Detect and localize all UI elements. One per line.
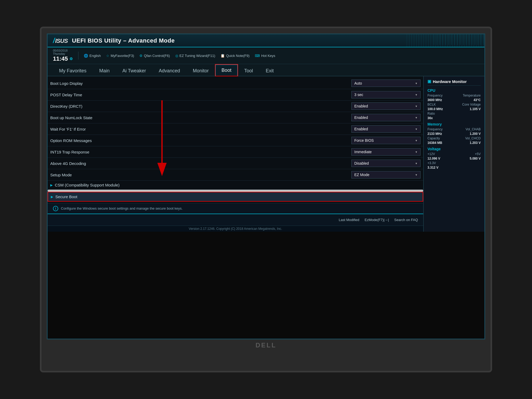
bios-title-bar: /ISUS UEFI BIOS Utility – Advanced Mode [48,34,484,47]
monitor-icon: ▣ [427,79,431,84]
cpu-section-title: CPU [427,88,481,93]
dropdown-above4g[interactable]: Disabled ▼ [351,160,421,167]
datetime: 05/03/2018 Thursday 11:45 ⚙ [53,49,73,62]
keyboard-icon: ⌨ [255,54,260,58]
setting-post-delay: POST Delay Time 3 sec ▼ [48,89,423,101]
setting-setup-mode: Setup Mode EZ Mode ▼ [48,169,423,181]
last-modified-item: Last Modified [339,218,359,222]
scrollbar[interactable] [48,190,423,192]
tab-my-favorites[interactable]: My Favorites [53,65,93,76]
mem-capacity-values: 16384 MB 1.203 V [427,141,481,145]
dropdown-setup-mode[interactable]: EZ Mode ▼ [351,171,421,178]
cpu-bclk-row: BCLK Core Voltage [427,103,481,106]
volt-33v-value: 3.312 V [427,166,481,169]
mem-capacity-row: Capacity Vol_CHCD [427,136,481,140]
note-icon: 📋 [221,54,225,58]
setting-numlock: Boot up NumLock State Enabled ▼ [48,112,423,123]
hw-monitor-title: ▣ Hardware Monitor [427,79,481,86]
time-display: 11:45 ⚙ [53,55,73,62]
hotkeys-item[interactable]: ⌨ Hot Keys [255,54,275,58]
volt-12v-row: +12V +5V [427,152,481,156]
bios-screen: /ISUS UEFI BIOS Utility – Advanced Mode … [47,34,485,339]
version-bar: Version 2.17.1246. Copyright (C) 2018 Am… [48,226,423,232]
dropdown-arrow-icon: ▼ [415,105,418,108]
dropdown-arrow-icon: ▼ [415,151,418,153]
ez-mode-item[interactable]: EzMode(F7)|→| [365,218,389,222]
dropdown-arrow-icon: ▼ [415,93,418,96]
dropdown-directkey[interactable]: Enabled ▼ [351,102,421,110]
dropdown-arrow-icon: ▼ [415,162,418,165]
subsection-expand-icon: ▶ [51,195,53,199]
dropdown-option-rom[interactable]: Force BIOS ▼ [351,137,421,144]
hardware-monitor-panel: ▣ Hardware Monitor CPU Frequency Tempera… [423,76,484,232]
setting-above4g: Above 4G Decoding Disabled ▼ [48,158,423,169]
cpu-ratio-row: Ratio [427,112,481,115]
cpu-ratio-value: 36x [427,116,481,120]
tab-boot[interactable]: Boot [215,65,238,76]
voltage-section-title: Voltage [427,147,481,151]
tab-monitor[interactable]: Monitor [187,65,215,76]
setting-wait-f1: Wait For 'F1' If Error Enabled ▼ [48,123,423,135]
tab-advanced[interactable]: Advanced [153,65,186,76]
mem-frequency-values: 2133 MHz 1.200 V [427,132,481,136]
info-bar: 05/03/2018 Thursday 11:45 ⚙ 🌐 English ☆ … [48,47,484,64]
tab-main[interactable]: Main [93,65,116,76]
dropdown-post-delay[interactable]: 3 sec ▼ [351,91,421,98]
setting-directkey: DirectKey (DRCT) Enabled ▼ [48,101,423,112]
settings-gear-icon[interactable]: ⚙ [69,57,73,61]
monitor-brand: DELL [256,340,277,350]
cpu-bclk-values: 100.0 MHz 1.105 V [427,107,481,111]
settings-area: Boot Logo Display Auto ▼ POST Delay Time… [48,76,423,203]
subsection-expand-icon: ▶ [50,183,53,187]
dropdown-arrow-icon: ▼ [415,128,418,131]
star-icon: ☆ [106,54,109,58]
cpu-frequency-row: Frequency Temperature [427,94,481,97]
tab-exit[interactable]: Exit [260,65,280,76]
date-display: 05/03/2018 Thursday [53,49,68,55]
setting-option-rom: Option ROM Messages Force BIOS ▼ [48,135,423,146]
tab-tool[interactable]: Tool [238,65,259,76]
monitor-bottom: DELL [256,340,277,350]
volt-12v-values: 12.096 V 5.080 V [427,157,481,160]
mem-frequency-row: Frequency Vol_CHAB [427,127,481,131]
dropdown-wait-f1[interactable]: Enabled ▼ [351,125,421,133]
dropdown-arrow-icon: ▼ [415,82,418,85]
subsection-csm[interactable]: ▶ CSM (Compatibility Support Module) [48,181,423,190]
setting-boot-logo: Boot Logo Display Auto ▼ [48,78,423,89]
setting-int19: INT19 Trap Response Immediate ▼ [48,146,423,158]
eztuning-item[interactable]: ◎ EZ Tuning Wizard(F11) [175,54,215,58]
description-bar: i Configure the Windows secure boot sett… [48,203,423,214]
search-faq-item[interactable]: Search on FAQ [394,218,418,222]
qfan-item[interactable]: ⚙ Qfan Control(F6) [139,54,170,58]
quicknote-item[interactable]: 📋 Quick Note(F9) [221,54,250,58]
dropdown-arrow-icon: ▼ [415,173,418,176]
volt-33v-row: +3.3V [427,161,481,165]
dropdown-int19[interactable]: Immediate ▼ [351,148,421,156]
language-item[interactable]: 🌐 English [84,54,101,58]
bios-title: UEFI BIOS Utility – Advanced Mode [72,37,175,44]
info-icon: i [53,206,58,211]
wand-icon: ◎ [175,54,178,58]
dropdown-arrow-icon: ▼ [415,139,418,142]
myfavorite-item[interactable]: ☆ MyFavorite(F3) [106,54,134,58]
bottom-bar: Last Modified EzMode(F7)|→| Search on FA… [48,214,423,226]
panels-area: Boot Logo Display Auto ▼ POST Delay Time… [48,76,484,232]
dropdown-numlock[interactable]: Enabled ▼ [351,114,421,121]
dropdown-boot-logo[interactable]: Auto ▼ [351,80,421,87]
divider [78,52,78,60]
globe-icon: 🌐 [84,54,88,58]
asus-logo: /ISUS [53,36,68,45]
subsection-secure-boot[interactable]: ▶ Secure Boot [48,192,423,202]
memory-section-title: Memory [427,122,481,126]
tab-ai-tweaker[interactable]: Ai Tweaker [116,65,152,76]
monitor-frame: /ISUS UEFI BIOS Utility – Advanced Mode … [40,27,492,372]
cpu-frequency-values: 3600 MHz 43°C [427,98,481,102]
dropdown-arrow-icon: ▼ [415,116,418,119]
bios-main-panel: Boot Logo Display Auto ▼ POST Delay Time… [48,76,423,232]
nav-tabs: My Favorites Main Ai Tweaker Advanced Mo… [48,64,484,76]
fan-icon: ⚙ [139,54,143,58]
